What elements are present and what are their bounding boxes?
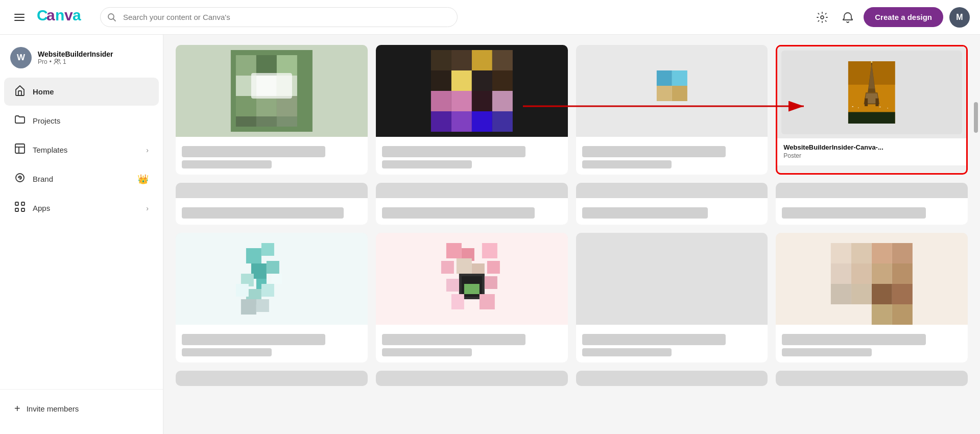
notifications-button[interactable]	[838, 8, 857, 27]
svg-rect-99	[480, 294, 495, 309]
svg-rect-53	[472, 111, 492, 132]
svg-rect-83	[272, 274, 282, 284]
svg-rect-40	[451, 50, 472, 70]
svg-rect-110	[831, 263, 851, 284]
card-8-thumb	[776, 183, 968, 198]
sidebar-item-apps[interactable]: Apps ›	[4, 194, 159, 222]
svg-rect-84	[241, 299, 256, 315]
svg-rect-96	[446, 279, 459, 292]
svg-point-11	[55, 59, 57, 62]
user-info: WebsiteBuilderInsider Pro • 1	[38, 50, 113, 65]
svg-rect-71	[876, 98, 879, 106]
card-6-label	[376, 198, 568, 225]
create-design-button[interactable]: Create a design	[864, 7, 943, 27]
search-input[interactable]	[100, 7, 458, 27]
svg-rect-14	[15, 144, 25, 153]
folder-icon	[14, 114, 26, 128]
card-16-thumb	[776, 371, 968, 386]
search-bar	[100, 7, 458, 27]
card-7-label	[576, 198, 768, 225]
svg-rect-50	[492, 91, 513, 111]
card-16[interactable]	[776, 371, 968, 386]
green-mosaic	[176, 45, 368, 137]
user-avatar-header[interactable]: M	[949, 7, 970, 28]
card-1-label	[176, 137, 368, 175]
card-11[interactable]	[576, 233, 768, 363]
settings-button[interactable]	[812, 8, 832, 27]
card-6-thumb	[376, 183, 568, 198]
svg-rect-64	[879, 107, 880, 108]
sidebar-item-projects[interactable]: Projects	[4, 107, 159, 135]
user-plan: Pro	[38, 58, 47, 65]
svg-rect-44	[451, 70, 472, 91]
svg-rect-54	[492, 111, 513, 132]
eiffel-tower-svg	[812, 61, 931, 124]
card-8-label	[776, 198, 968, 225]
svg-rect-43	[431, 70, 451, 91]
card-12[interactable]	[776, 233, 968, 363]
svg-rect-81	[261, 284, 274, 297]
card-2[interactable]	[376, 45, 568, 175]
card-4-highlighted[interactable]: WebsiteBuilderInsider-Canva-... Poster	[776, 45, 968, 175]
svg-rect-26	[236, 55, 256, 76]
card-14[interactable]	[376, 371, 568, 386]
separator: •	[50, 58, 52, 65]
svg-rect-82	[236, 284, 249, 297]
svg-point-73	[871, 61, 873, 63]
svg-rect-22	[21, 208, 25, 211]
svg-rect-89	[441, 261, 454, 274]
svg-text:n: n	[55, 7, 64, 23]
svg-rect-101	[892, 243, 913, 263]
card-6[interactable]	[376, 183, 568, 225]
svg-rect-27	[256, 55, 277, 76]
svg-rect-46	[492, 70, 513, 91]
svg-rect-95	[464, 284, 480, 294]
card-10[interactable]	[376, 233, 568, 363]
sidebar-item-templates[interactable]: Templates ›	[4, 136, 159, 164]
card-5-thumb	[176, 183, 368, 198]
home-icon	[14, 85, 26, 99]
scrollbar-thumb[interactable]	[974, 102, 978, 133]
user-avatar-sidebar: W	[10, 47, 32, 68]
svg-rect-28	[277, 55, 297, 76]
pink-mosaic	[376, 233, 568, 325]
svg-rect-104	[872, 284, 892, 304]
svg-point-18	[19, 177, 21, 179]
svg-rect-100	[872, 243, 892, 263]
card-9[interactable]	[176, 233, 368, 363]
svg-rect-13	[18, 91, 21, 95]
svg-rect-112	[831, 284, 851, 304]
apps-chevron-icon: ›	[146, 204, 149, 212]
svg-rect-21	[15, 208, 18, 211]
card-3[interactable]	[576, 45, 768, 175]
svg-rect-58	[672, 86, 687, 101]
plus-icon: +	[14, 403, 20, 415]
card-15[interactable]	[576, 371, 768, 386]
card-1[interactable]	[176, 45, 368, 175]
svg-rect-52	[451, 111, 472, 132]
brand-badge: 👑	[137, 174, 149, 185]
sidebar-item-brand[interactable]: Brand 👑	[4, 165, 159, 193]
svg-rect-111	[851, 263, 872, 284]
card-7[interactable]	[576, 183, 768, 225]
card-13-thumb	[176, 371, 368, 386]
sidebar-item-home[interactable]: Home	[4, 78, 159, 106]
svg-rect-109	[851, 243, 872, 263]
svg-rect-103	[892, 263, 913, 284]
invite-members-button[interactable]: + Invite members	[4, 396, 159, 422]
card-8[interactable]	[776, 183, 968, 225]
svg-rect-107	[892, 304, 913, 325]
svg-text:a: a	[46, 7, 55, 23]
user-name: WebsiteBuilderInsider	[38, 50, 113, 58]
svg-rect-49	[472, 91, 492, 111]
svg-rect-32	[236, 96, 256, 116]
svg-rect-62	[852, 106, 853, 107]
card-13[interactable]	[176, 371, 368, 386]
card-5[interactable]	[176, 183, 368, 225]
card-12-thumb	[776, 233, 968, 325]
sidebar-item-brand-label: Brand	[33, 175, 53, 183]
menu-button[interactable]	[10, 8, 29, 27]
canva-logo[interactable]: C a n v a	[37, 6, 88, 28]
sidebar-item-projects-label: Projects	[33, 116, 60, 125]
svg-rect-113	[851, 284, 872, 304]
